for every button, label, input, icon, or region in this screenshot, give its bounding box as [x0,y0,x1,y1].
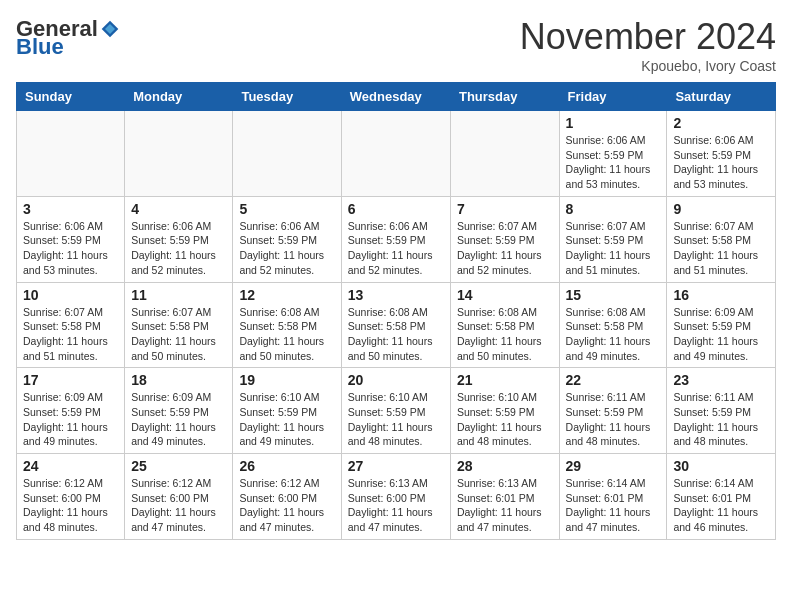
day-info: Sunrise: 6:06 AM Sunset: 5:59 PM Dayligh… [348,219,444,278]
day-number: 7 [457,201,553,217]
weekday-header-row: SundayMondayTuesdayWednesdayThursdayFrid… [17,83,776,111]
calendar-cell: 12Sunrise: 6:08 AM Sunset: 5:58 PM Dayli… [233,282,341,368]
logo: General Blue [16,16,120,60]
day-info: Sunrise: 6:08 AM Sunset: 5:58 PM Dayligh… [239,305,334,364]
calendar-cell: 10Sunrise: 6:07 AM Sunset: 5:58 PM Dayli… [17,282,125,368]
calendar-week-row: 24Sunrise: 6:12 AM Sunset: 6:00 PM Dayli… [17,454,776,540]
calendar-cell [450,111,559,197]
calendar-week-row: 3Sunrise: 6:06 AM Sunset: 5:59 PM Daylig… [17,196,776,282]
day-info: Sunrise: 6:14 AM Sunset: 6:01 PM Dayligh… [673,476,769,535]
calendar-cell: 21Sunrise: 6:10 AM Sunset: 5:59 PM Dayli… [450,368,559,454]
month-title: November 2024 [520,16,776,58]
calendar-cell: 14Sunrise: 6:08 AM Sunset: 5:58 PM Dayli… [450,282,559,368]
day-info: Sunrise: 6:09 AM Sunset: 5:59 PM Dayligh… [23,390,118,449]
day-number: 3 [23,201,118,217]
calendar-cell: 15Sunrise: 6:08 AM Sunset: 5:58 PM Dayli… [559,282,667,368]
day-info: Sunrise: 6:07 AM Sunset: 5:58 PM Dayligh… [673,219,769,278]
day-info: Sunrise: 6:07 AM Sunset: 5:58 PM Dayligh… [131,305,226,364]
day-info: Sunrise: 6:11 AM Sunset: 5:59 PM Dayligh… [673,390,769,449]
calendar-cell: 24Sunrise: 6:12 AM Sunset: 6:00 PM Dayli… [17,454,125,540]
day-info: Sunrise: 6:06 AM Sunset: 5:59 PM Dayligh… [673,133,769,192]
calendar-week-row: 10Sunrise: 6:07 AM Sunset: 5:58 PM Dayli… [17,282,776,368]
calendar-cell [125,111,233,197]
calendar-week-row: 17Sunrise: 6:09 AM Sunset: 5:59 PM Dayli… [17,368,776,454]
day-number: 10 [23,287,118,303]
weekday-header-saturday: Saturday [667,83,776,111]
calendar-cell: 17Sunrise: 6:09 AM Sunset: 5:59 PM Dayli… [17,368,125,454]
day-number: 11 [131,287,226,303]
calendar-cell: 26Sunrise: 6:12 AM Sunset: 6:00 PM Dayli… [233,454,341,540]
day-number: 14 [457,287,553,303]
day-number: 29 [566,458,661,474]
calendar-week-row: 1Sunrise: 6:06 AM Sunset: 5:59 PM Daylig… [17,111,776,197]
calendar-cell: 19Sunrise: 6:10 AM Sunset: 5:59 PM Dayli… [233,368,341,454]
day-number: 1 [566,115,661,131]
day-number: 17 [23,372,118,388]
day-number: 12 [239,287,334,303]
day-info: Sunrise: 6:07 AM Sunset: 5:59 PM Dayligh… [566,219,661,278]
calendar-cell: 9Sunrise: 6:07 AM Sunset: 5:58 PM Daylig… [667,196,776,282]
calendar-cell: 30Sunrise: 6:14 AM Sunset: 6:01 PM Dayli… [667,454,776,540]
day-number: 18 [131,372,226,388]
day-info: Sunrise: 6:06 AM Sunset: 5:59 PM Dayligh… [566,133,661,192]
calendar-cell: 4Sunrise: 6:06 AM Sunset: 5:59 PM Daylig… [125,196,233,282]
day-number: 30 [673,458,769,474]
calendar-cell: 2Sunrise: 6:06 AM Sunset: 5:59 PM Daylig… [667,111,776,197]
day-info: Sunrise: 6:10 AM Sunset: 5:59 PM Dayligh… [457,390,553,449]
day-info: Sunrise: 6:08 AM Sunset: 5:58 PM Dayligh… [348,305,444,364]
calendar-cell: 28Sunrise: 6:13 AM Sunset: 6:01 PM Dayli… [450,454,559,540]
day-number: 4 [131,201,226,217]
day-number: 25 [131,458,226,474]
day-info: Sunrise: 6:12 AM Sunset: 6:00 PM Dayligh… [131,476,226,535]
calendar-cell [17,111,125,197]
day-number: 13 [348,287,444,303]
day-info: Sunrise: 6:11 AM Sunset: 5:59 PM Dayligh… [566,390,661,449]
day-info: Sunrise: 6:14 AM Sunset: 6:01 PM Dayligh… [566,476,661,535]
weekday-header-thursday: Thursday [450,83,559,111]
day-info: Sunrise: 6:09 AM Sunset: 5:59 PM Dayligh… [131,390,226,449]
day-info: Sunrise: 6:10 AM Sunset: 5:59 PM Dayligh… [348,390,444,449]
day-number: 9 [673,201,769,217]
day-info: Sunrise: 6:06 AM Sunset: 5:59 PM Dayligh… [23,219,118,278]
calendar-cell: 23Sunrise: 6:11 AM Sunset: 5:59 PM Dayli… [667,368,776,454]
calendar-cell: 18Sunrise: 6:09 AM Sunset: 5:59 PM Dayli… [125,368,233,454]
day-number: 22 [566,372,661,388]
day-number: 27 [348,458,444,474]
day-number: 26 [239,458,334,474]
title-section: November 2024 Kpouebo, Ivory Coast [520,16,776,74]
day-number: 20 [348,372,444,388]
day-number: 16 [673,287,769,303]
calendar-cell: 25Sunrise: 6:12 AM Sunset: 6:00 PM Dayli… [125,454,233,540]
calendar-cell: 11Sunrise: 6:07 AM Sunset: 5:58 PM Dayli… [125,282,233,368]
calendar-cell: 5Sunrise: 6:06 AM Sunset: 5:59 PM Daylig… [233,196,341,282]
day-number: 23 [673,372,769,388]
weekday-header-friday: Friday [559,83,667,111]
calendar-cell: 6Sunrise: 6:06 AM Sunset: 5:59 PM Daylig… [341,196,450,282]
calendar-cell: 16Sunrise: 6:09 AM Sunset: 5:59 PM Dayli… [667,282,776,368]
weekday-header-wednesday: Wednesday [341,83,450,111]
calendar-cell: 1Sunrise: 6:06 AM Sunset: 5:59 PM Daylig… [559,111,667,197]
logo-icon [100,19,120,39]
day-number: 21 [457,372,553,388]
day-number: 24 [23,458,118,474]
page-header: General Blue November 2024 Kpouebo, Ivor… [16,16,776,74]
calendar-cell: 8Sunrise: 6:07 AM Sunset: 5:59 PM Daylig… [559,196,667,282]
calendar-cell: 29Sunrise: 6:14 AM Sunset: 6:01 PM Dayli… [559,454,667,540]
calendar-cell: 27Sunrise: 6:13 AM Sunset: 6:00 PM Dayli… [341,454,450,540]
weekday-header-monday: Monday [125,83,233,111]
day-info: Sunrise: 6:12 AM Sunset: 6:00 PM Dayligh… [23,476,118,535]
day-number: 2 [673,115,769,131]
day-info: Sunrise: 6:13 AM Sunset: 6:00 PM Dayligh… [348,476,444,535]
calendar-cell: 3Sunrise: 6:06 AM Sunset: 5:59 PM Daylig… [17,196,125,282]
calendar-cell: 7Sunrise: 6:07 AM Sunset: 5:59 PM Daylig… [450,196,559,282]
calendar-cell [233,111,341,197]
day-number: 8 [566,201,661,217]
day-info: Sunrise: 6:07 AM Sunset: 5:58 PM Dayligh… [23,305,118,364]
day-info: Sunrise: 6:08 AM Sunset: 5:58 PM Dayligh… [457,305,553,364]
day-info: Sunrise: 6:07 AM Sunset: 5:59 PM Dayligh… [457,219,553,278]
day-info: Sunrise: 6:08 AM Sunset: 5:58 PM Dayligh… [566,305,661,364]
day-info: Sunrise: 6:06 AM Sunset: 5:59 PM Dayligh… [131,219,226,278]
weekday-header-sunday: Sunday [17,83,125,111]
day-number: 6 [348,201,444,217]
day-number: 28 [457,458,553,474]
